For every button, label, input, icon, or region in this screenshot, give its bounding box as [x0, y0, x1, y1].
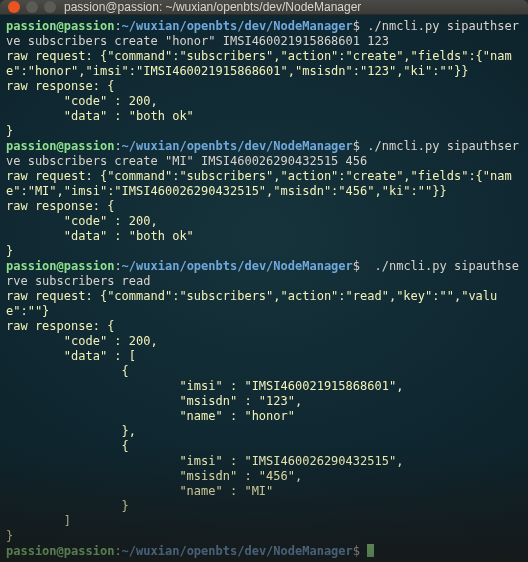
- terminal-window: passion@passion: ~/wuxian/openbts/dev/No…: [0, 0, 528, 562]
- resp3-close: }: [6, 529, 13, 543]
- cursor-icon: [367, 544, 374, 557]
- obj1-msisdn: "msisdn" : "123",: [6, 394, 302, 408]
- resp3-code: "code" : 200,: [6, 334, 158, 348]
- raw-request-2: raw request: {"command":"subscribers","a…: [6, 169, 512, 198]
- resp1-close: }: [6, 124, 13, 138]
- raw-response-open-1: raw response: {: [6, 79, 114, 93]
- prompt-path: ~/wuxian/openbts/dev/NodeManager: [122, 139, 353, 153]
- resp2-close: }: [6, 244, 13, 258]
- window-buttons: [8, 1, 56, 13]
- obj2-msisdn: "msisdn" : "456",: [6, 469, 302, 483]
- obj1-open: {: [6, 364, 129, 378]
- obj1-imsi: "imsi" : "IMSI460021915868601",: [6, 379, 403, 393]
- raw-request-3: raw request: {"command":"subscribers","a…: [6, 289, 497, 318]
- close-icon[interactable]: [8, 1, 20, 13]
- obj1-name: "name" : "honor": [6, 409, 295, 423]
- prompt-user: passion@passion: [6, 259, 114, 273]
- prompt-path: ~/wuxian/openbts/dev/NodeManager: [122, 544, 353, 558]
- titlebar[interactable]: passion@passion: ~/wuxian/openbts/dev/No…: [0, 0, 528, 15]
- maximize-icon[interactable]: [44, 1, 56, 13]
- resp2-code: "code" : 200,: [6, 214, 158, 228]
- minimize-icon[interactable]: [26, 1, 38, 13]
- raw-request-1: raw request: {"command":"subscribers","a…: [6, 49, 512, 78]
- prompt-user: passion@passion: [6, 19, 114, 33]
- arr-close: ]: [6, 514, 71, 528]
- obj1-close: },: [6, 424, 136, 438]
- prompt-dollar: $: [353, 19, 360, 33]
- resp1-data: "data" : "both ok": [6, 109, 194, 123]
- prompt-user: passion@passion: [6, 139, 114, 153]
- prompt-sep: :: [114, 19, 121, 33]
- resp1-code: "code" : 200,: [6, 94, 158, 108]
- raw-response-open-3: raw response: {: [6, 319, 114, 333]
- prompt-user: passion@passion: [6, 544, 114, 558]
- resp2-data: "data" : "both ok": [6, 229, 194, 243]
- obj2-close: }: [6, 499, 129, 513]
- resp3-data-open: "data" : [: [6, 349, 136, 363]
- prompt-path: ~/wuxian/openbts/dev/NodeManager: [122, 19, 353, 33]
- obj2-open: {: [6, 439, 129, 453]
- obj2-imsi: "imsi" : "IMSI460026290432515",: [6, 454, 403, 468]
- terminal-output[interactable]: passion@passion:~/wuxian/openbts/dev/Nod…: [0, 15, 528, 562]
- raw-response-open-2: raw response: {: [6, 199, 114, 213]
- prompt-path: ~/wuxian/openbts/dev/NodeManager: [122, 259, 353, 273]
- window-title: passion@passion: ~/wuxian/openbts/dev/No…: [64, 0, 361, 14]
- obj2-name: "name" : "MI": [6, 484, 273, 498]
